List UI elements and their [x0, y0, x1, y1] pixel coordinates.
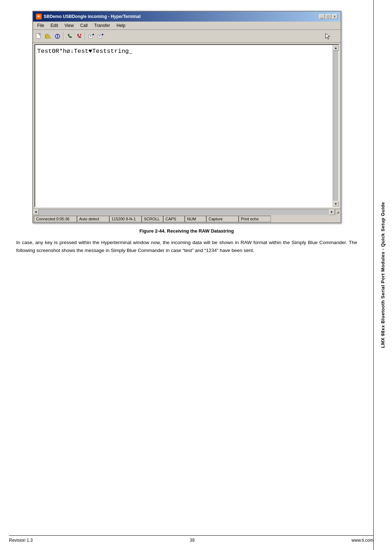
- figure-caption: Figure 2-44. Receiving the RAW Datastrin…: [32, 228, 341, 234]
- disconnect-button[interactable]: [75, 32, 83, 41]
- dial-button[interactable]: [65, 32, 74, 41]
- sidebar-title: LMX 98xx Bluetooth Serial Port Modules -…: [380, 202, 386, 348]
- minimize-button[interactable]: _: [319, 14, 325, 19]
- terminal-content[interactable]: TestΘR*hø↓Test♥Teststring_: [35, 45, 333, 207]
- new-button[interactable]: [34, 32, 43, 41]
- horizontal-scrollbar: ◄ ► ◢: [33, 209, 341, 215]
- footer-website: www.ti.com: [351, 538, 373, 543]
- title-bar-left: SBDemo USBDongle incoming - HyperTermina…: [36, 14, 141, 19]
- menu-call[interactable]: Call: [77, 22, 91, 29]
- cursor-icon: [325, 33, 332, 40]
- menu-bar: File Edit View Call Transfer Help: [33, 22, 341, 30]
- terminal-text-line: TestΘR*hø↓Test♥Teststring_: [37, 48, 331, 55]
- h-scroll-track[interactable]: [39, 209, 329, 215]
- menu-transfer[interactable]: Transfer: [91, 22, 113, 29]
- open-button[interactable]: [44, 32, 52, 41]
- status-auto-detect: Auto detect: [77, 216, 109, 222]
- terminal-output: TestΘR*hø↓Test♥Teststring_: [37, 48, 133, 55]
- receive-button[interactable]: [96, 32, 105, 41]
- window-controls: _ □ ×: [319, 14, 338, 19]
- status-num: NUM: [185, 216, 206, 222]
- properties-button[interactable]: [53, 32, 62, 41]
- main-content: SBDemo USBDongle incoming - HyperTermina…: [0, 0, 373, 550]
- title-bar: SBDemo USBDongle incoming - HyperTermina…: [33, 12, 341, 22]
- footer-revision: Revision 1.3: [9, 538, 33, 543]
- footer: Revision 1.3 39 www.ti.com: [9, 535, 373, 543]
- body-text: In case, any key is pressed within the H…: [16, 239, 357, 254]
- scroll-right-button[interactable]: ►: [329, 209, 335, 215]
- terminal-container: TestΘR*hø↓Test♥Teststring_ ▲ ▼: [34, 44, 339, 207]
- toolbar-sep-1: [63, 32, 64, 41]
- svg-marker-19: [326, 33, 330, 39]
- toolbar-cursor-area: [106, 33, 339, 40]
- status-baud: 115200 8-N-1: [109, 216, 142, 222]
- menu-view[interactable]: View: [62, 22, 77, 29]
- scroll-down-button[interactable]: ▼: [333, 201, 339, 207]
- sidebar: LMX 98xx Bluetooth Serial Port Modules -…: [373, 0, 392, 550]
- status-connected: Connected 0:05:36: [34, 216, 77, 222]
- svg-rect-2: [38, 15, 39, 17]
- scroll-up-button[interactable]: ▲: [333, 45, 339, 51]
- status-caps: CAPS: [163, 216, 185, 222]
- vertical-scrollbar[interactable]: ▲ ▼: [333, 45, 338, 207]
- status-print-echo: Print echo: [239, 216, 271, 222]
- status-bar: Connected 0:05:36 Auto detect 115200 8-N…: [33, 215, 341, 223]
- scroll-left-button[interactable]: ◄: [33, 209, 39, 215]
- hyperterminal-window: SBDemo USBDongle incoming - HyperTermina…: [32, 11, 341, 223]
- resize-grip: ◢: [335, 209, 341, 215]
- status-scroll: SCROLL: [142, 216, 163, 222]
- window-title: SBDemo USBDongle incoming - HyperTermina…: [44, 14, 141, 19]
- svg-point-8: [57, 34, 58, 35]
- maximize-button[interactable]: □: [326, 14, 331, 19]
- menu-help[interactable]: Help: [114, 22, 128, 29]
- menu-edit[interactable]: Edit: [48, 22, 61, 29]
- app-icon: [36, 14, 42, 19]
- toolbar-sep-2: [85, 32, 86, 41]
- status-capture: Capture: [206, 216, 239, 222]
- scroll-track[interactable]: [333, 51, 338, 201]
- footer-page: 39: [190, 538, 194, 543]
- send-button[interactable]: [87, 32, 96, 41]
- toolbar: [33, 30, 341, 43]
- menu-file[interactable]: File: [34, 22, 47, 29]
- close-button[interactable]: ×: [332, 14, 338, 19]
